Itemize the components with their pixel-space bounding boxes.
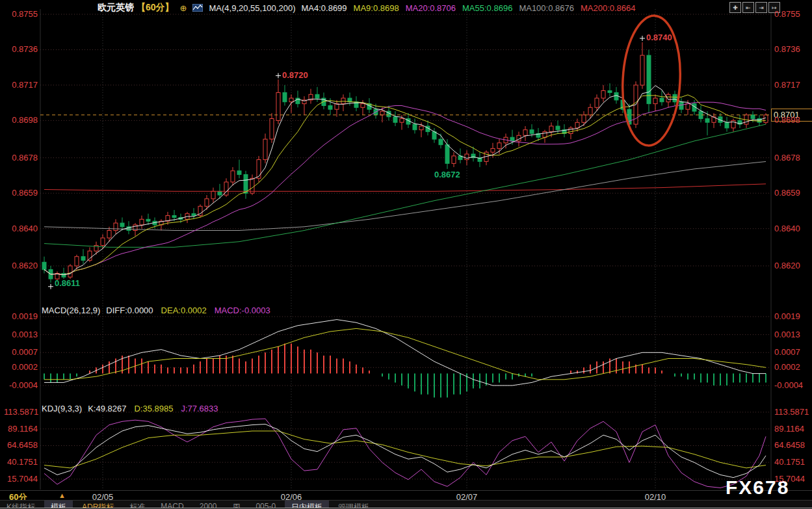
price-axis-label: 0.0002: [774, 362, 800, 372]
crosshair-icon[interactable]: ✚: [729, 2, 741, 13]
price-axis-label: 89.1164: [4, 424, 38, 434]
price-axis-label: 40.1751: [4, 457, 38, 467]
period-up-arrow-icon[interactable]: ▲: [59, 491, 66, 499]
price-axis-label: 0.0013: [774, 330, 800, 340]
price-axis-label: 15.7044: [4, 474, 38, 484]
chart-type-icon[interactable]: [192, 4, 203, 12]
ma-value-label: MA4:0.8699: [301, 3, 347, 13]
macd-value-label: DEA:0.0002: [161, 306, 207, 315]
price-axis-label: 0.8678: [774, 153, 800, 163]
kdj-value-label: K:49.8267: [88, 404, 126, 413]
ma-value-label: MA200:0.8664: [581, 3, 636, 13]
chart-canvas: [0, 0, 812, 509]
macd-header: MACD(26,12,9) DIFF:0.0000DEA:0.0002MACD:…: [42, 306, 270, 315]
bottom-menu-item[interactable]: 标准: [123, 501, 151, 508]
price-axis-label: 0.0002: [4, 362, 38, 372]
bottom-menu-item[interactable]: K线指标: [0, 501, 42, 508]
period-tag: 【60分】: [137, 2, 174, 14]
price-annotation: 0.8720: [282, 71, 308, 80]
kdj-value-label: D:35.8985: [134, 404, 173, 413]
ma-value-label: MA55:0.8696: [462, 3, 512, 13]
scale-right-icon[interactable]: ⇥: [755, 2, 767, 13]
ma-group-label: MA(4,9,20,55,100,200): [209, 3, 295, 13]
date-axis-label: 02/07: [447, 492, 486, 502]
kdj-value-label: J:77.6833: [181, 404, 218, 413]
price-axis-label: 0.8736: [4, 44, 38, 55]
price-annotation: 0.8740: [646, 33, 672, 42]
price-axis-label: 64.6458: [4, 440, 38, 450]
ma-value-label: MA20:0.8706: [406, 3, 456, 13]
bottom-menu-item[interactable]: 周: [226, 501, 246, 508]
price-axis-label: 0.8698: [4, 115, 38, 125]
price-axis-label: 0.8659: [774, 188, 800, 198]
price-axis-label: 113.5871: [774, 407, 809, 417]
kdj-title: KDJ(9,3,3): [42, 404, 82, 413]
price-axis-label: -0.0004: [4, 380, 38, 391]
price-axis-label: -0.0004: [774, 380, 803, 391]
divider: [0, 508, 812, 508]
price-axis-label: 0.8736: [774, 44, 800, 55]
price-axis-label: 0.8659: [4, 188, 38, 198]
price-axis-label: 0.8678: [4, 153, 38, 163]
price-axis-label: 0.0019: [774, 311, 800, 322]
trading-app: { "header": { "symbol": "欧元英镑", "period_…: [0, 0, 812, 509]
kdj-values: K:49.8267D:35.8985J:77.6833: [88, 404, 218, 413]
date-axis-label: 02/10: [636, 492, 675, 502]
price-axis-label: 0.8755: [774, 9, 800, 20]
price-axis-label: 0.8698: [774, 115, 800, 125]
price-axis-label: 40.1751: [774, 457, 805, 467]
ma-value-label: MA9:0.8698: [354, 3, 399, 13]
ma-value-label: MA100:0.8676: [519, 3, 574, 13]
price-annotation: 0.8672: [434, 170, 460, 179]
add-indicator-icon[interactable]: ⊕: [180, 3, 187, 13]
price-axis-label: 0.8620: [4, 261, 38, 271]
date-axis-label: 02/06: [272, 492, 311, 502]
price-axis-label: 0.8755: [4, 9, 38, 20]
price-axis-label: 0.8640: [4, 224, 38, 234]
kdj-header: KDJ(9,3,3) K:49.8267D:35.8985J:77.6833: [42, 404, 218, 413]
bottom-menu-item[interactable]: 2000: [193, 501, 224, 508]
macd-title: MACD(26,12,9): [42, 306, 100, 315]
price-axis-label: 0.0007: [774, 347, 800, 358]
bottom-menu-item[interactable]: MACD: [154, 501, 190, 508]
price-axis-label: 0.8620: [774, 261, 800, 271]
bottom-menu-item[interactable]: 管理模板: [332, 501, 376, 508]
price-axis-label: 15.7044: [774, 474, 805, 484]
scale-left-icon[interactable]: ⇤: [742, 2, 754, 13]
ma-values: MA4:0.8699MA9:0.8698MA20:0.8706MA55:0.86…: [301, 3, 635, 13]
price-axis-label: 0.0007: [4, 347, 38, 358]
macd-values: DIFF:0.0000DEA:0.0002MACD:-0.0003: [106, 306, 270, 315]
price-axis-label: 89.1164: [774, 424, 804, 434]
price-axis-label: 0.8717: [4, 80, 38, 90]
price-axis-label: 0.0019: [4, 311, 38, 322]
price-axis-label: 113.5871: [4, 407, 38, 417]
bottom-menu-item[interactable]: 模板: [44, 501, 73, 508]
price-axis-label: 64.6458: [774, 440, 805, 450]
price-axis-label: 0.8640: [774, 224, 800, 234]
macd-value-label: DIFF:0.0000: [106, 306, 153, 315]
date-axis-label: 02/05: [83, 492, 122, 502]
price-axis-label: 0.0013: [4, 330, 38, 340]
price-axis-label: 0.8717: [774, 80, 800, 90]
chart-toolbar: ✚⇤⇥↦: [729, 2, 780, 13]
macd-value-label: MACD:-0.0003: [215, 306, 270, 315]
main-chart-header: 欧元英镑 【60分】 ⊕ MA(4,9,20,55,100,200) MA4:0…: [98, 2, 636, 14]
price-annotation: 0.8611: [55, 279, 80, 288]
symbol-title: 欧元英镑: [98, 2, 134, 14]
